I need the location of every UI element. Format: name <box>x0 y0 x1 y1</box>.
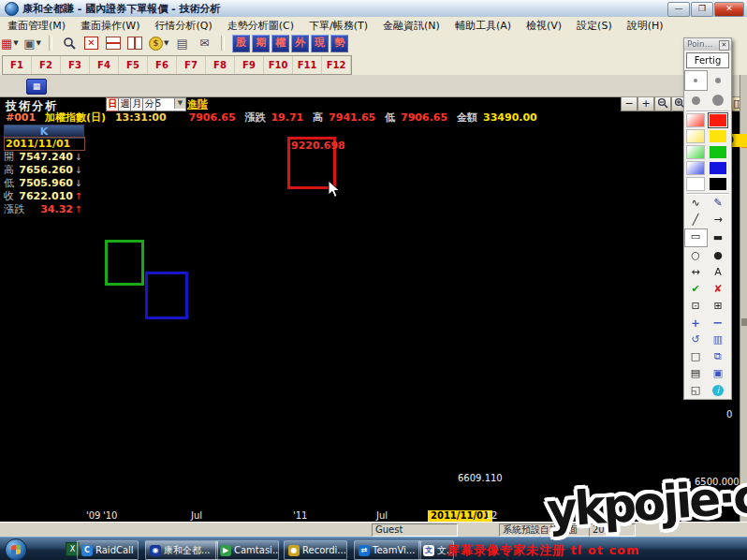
magnifier-out-button[interactable] <box>654 96 671 111</box>
color-solid-0[interactable] <box>708 112 729 128</box>
undo-tool[interactable]: ↺ <box>685 332 707 348</box>
high-value: 7941.65 <box>329 111 375 124</box>
fkey-f7[interactable]: F7 <box>177 56 206 74</box>
color-gradient-4[interactable] <box>685 176 707 192</box>
menu-item-4[interactable]: 走勢分析圖(C) <box>220 17 301 33</box>
fkey-f8[interactable]: F8 <box>206 56 235 74</box>
menu-item-1[interactable]: 畫面管理(M) <box>0 17 73 33</box>
menu-item-3[interactable]: 行情分析(Q) <box>148 17 220 33</box>
fkey-f11[interactable]: F11 <box>293 56 322 74</box>
fkey-f10[interactable]: F10 <box>264 56 293 74</box>
search-button[interactable] <box>61 35 78 52</box>
restore-button[interactable]: ❐ <box>691 2 713 17</box>
color-gradient-3[interactable] <box>685 160 707 176</box>
fkey-f3[interactable]: F3 <box>61 56 90 74</box>
split-vertical-button[interactable] <box>126 35 143 52</box>
split-horizontal-button[interactable] <box>105 35 122 52</box>
advanced-link[interactable]: 進階 <box>187 97 208 111</box>
start-button[interactable] <box>5 538 27 560</box>
kline-row-value: 34.32 <box>40 203 73 216</box>
period-button-分[interactable]: 分 <box>142 97 156 111</box>
fkey-f5[interactable]: F5 <box>119 56 148 74</box>
fkey-f2[interactable]: F2 <box>32 56 61 74</box>
print-tool[interactable]: ▤ <box>685 365 707 382</box>
fkey-f1[interactable]: F1 <box>3 56 32 74</box>
frame-select-tool[interactable]: ⊡ <box>685 298 707 315</box>
menu-item-6[interactable]: 金融資訊(N) <box>375 17 447 33</box>
taskbar-button-2[interactable]: ◉康和全都... <box>145 540 218 560</box>
color-solid-4[interactable] <box>708 176 729 192</box>
monitor-button[interactable]: ▣▼ <box>23 35 41 52</box>
interval-select[interactable]: 5▼ <box>152 97 186 111</box>
fkey-f9[interactable]: F9 <box>235 56 264 74</box>
rect-filled-tool[interactable]: ▬ <box>708 229 729 246</box>
freehand-tool[interactable]: ∿ <box>685 195 707 212</box>
zoom-out-button[interactable]: − <box>621 96 637 111</box>
mail-button[interactable]: ✉ <box>196 35 212 52</box>
save-tool[interactable]: ▣ <box>708 365 729 382</box>
print-button[interactable]: ▤ <box>174 35 191 52</box>
menu-item-8[interactable]: 檢視(V) <box>519 17 569 33</box>
menu-item-9[interactable]: 設定(S) <box>569 17 620 33</box>
market-button-2[interactable]: 期 <box>252 35 270 52</box>
menu-item-5[interactable]: 下單/帳務(T) <box>301 17 375 33</box>
color-solid-1[interactable] <box>708 128 729 144</box>
check-tool[interactable]: ✔ <box>685 281 707 298</box>
color-solid-3[interactable] <box>708 160 729 176</box>
zoom-select-tool[interactable]: ⊞ <box>708 298 729 315</box>
color-gradient-2[interactable] <box>685 144 707 160</box>
double-arrow-tool[interactable]: ↔ <box>685 264 707 281</box>
close-button[interactable]: ✕ <box>714 2 744 17</box>
palette-title[interactable]: Poin... ✕ <box>684 38 731 51</box>
market-button-3[interactable]: 權 <box>271 35 289 52</box>
palette-done-button[interactable]: Fertig <box>686 52 729 68</box>
fkey-f6[interactable]: F6 <box>148 56 177 74</box>
brush-size-6[interactable] <box>708 71 729 90</box>
color-gradient-1[interactable] <box>685 128 707 144</box>
info-tool[interactable]: i <box>708 382 729 399</box>
color-gradient-0[interactable] <box>685 112 707 128</box>
arrow-tool[interactable]: → <box>708 212 729 228</box>
symbol-name[interactable]: 加權指數(日) <box>45 111 106 124</box>
market-button-5[interactable]: 現 <box>311 35 329 52</box>
taskbar-button-1[interactable]: CRaidCall <box>77 540 139 560</box>
screenshot-tool[interactable]: ◱ <box>685 382 707 399</box>
marker-tool[interactable]: ✎ <box>708 195 729 212</box>
market-button-6[interactable]: 勢 <box>330 35 348 52</box>
menu-item-2[interactable]: 畫面操作(W) <box>73 17 147 33</box>
brush-size-12[interactable] <box>708 91 729 110</box>
recorder-watermark: 屏幕录像专家未注册 tl ot com <box>447 542 640 559</box>
fkey-f4[interactable]: F4 <box>90 56 119 74</box>
line-tool[interactable]: ╱ <box>685 212 707 228</box>
fkey-f12[interactable]: F12 <box>322 56 351 74</box>
zoom-in-tool[interactable]: ＋ <box>685 315 707 332</box>
text-tool[interactable]: A <box>708 264 729 281</box>
brush-size-9[interactable] <box>685 91 707 110</box>
chart-tab-icon[interactable]: ▦ <box>26 79 47 95</box>
taskbar-button-4[interactable]: ●Recordi... <box>284 540 347 560</box>
ellipse-outline-tool[interactable]: ○ <box>685 247 707 264</box>
palette-close-icon[interactable]: ✕ <box>719 40 729 51</box>
close-view-button[interactable]: ✕ <box>82 35 99 52</box>
color-swatch <box>686 145 705 159</box>
market-button-1[interactable]: 股 <box>232 35 250 52</box>
rect-outline-tool[interactable]: ▭ <box>684 228 708 247</box>
menu-item-10[interactable]: 說明(H) <box>620 17 671 33</box>
brush-size-4[interactable] <box>684 70 708 91</box>
trash-tool[interactable]: ▥ <box>708 332 729 348</box>
new-sheet-tool[interactable]: □ <box>685 348 707 365</box>
zoom-in-button[interactable]: + <box>637 96 654 111</box>
color-solid-2[interactable] <box>708 144 729 160</box>
printer-icon: ▤ <box>177 37 188 51</box>
cross-tool[interactable]: ✘ <box>708 281 729 298</box>
copy-tool[interactable]: ⧉ <box>708 348 729 365</box>
minimize-button[interactable]: — <box>667 2 690 17</box>
layout-grid-button[interactable]: ▦▼ <box>1 35 19 52</box>
zoom-out-tool[interactable]: − <box>708 315 729 332</box>
menu-item-7[interactable]: 輔助工具(A) <box>447 17 519 33</box>
market-button-4[interactable]: 外 <box>291 35 309 52</box>
taskbar-button-5[interactable]: ⇄TeamVi... <box>354 540 421 560</box>
funds-button[interactable]: $▼ <box>149 35 168 52</box>
taskbar-button-3[interactable]: ▶Camtasi... <box>215 540 279 560</box>
ellipse-filled-tool[interactable]: ● <box>708 247 729 264</box>
